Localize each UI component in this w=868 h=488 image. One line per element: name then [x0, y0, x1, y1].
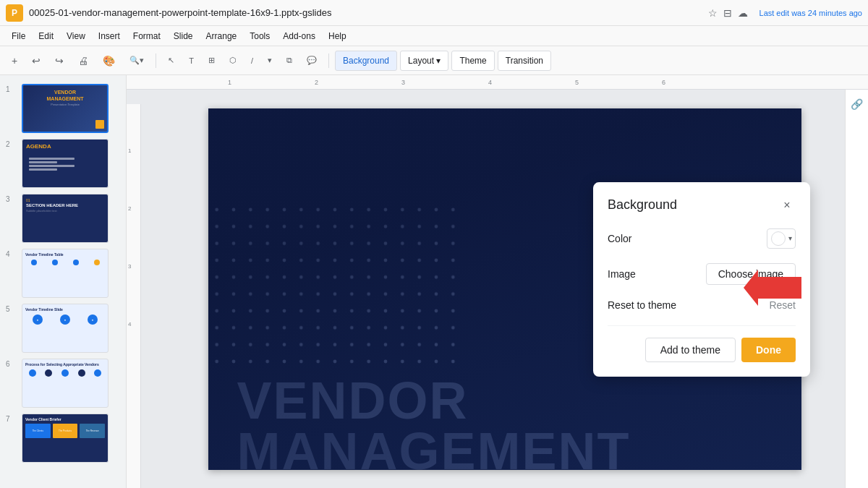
- print-button[interactable]: 🖨: [72, 51, 94, 71]
- ruler-top: 1 2 3 4 5 6: [127, 75, 868, 90]
- reset-to-theme-label: Reset to theme: [608, 299, 676, 311]
- ruler-mark-3: 3: [401, 79, 405, 86]
- link-button[interactable]: ⧉: [281, 51, 298, 71]
- menu-addons[interactable]: Add-ons: [277, 28, 321, 44]
- slide-thumb-6[interactable]: Process for Selecting Appropriate Vendor…: [22, 359, 109, 408]
- slide-item-4[interactable]: 4 Vendor Timeline Table: [0, 246, 126, 301]
- slide-number-5: 5: [6, 305, 17, 313]
- slides-panel: 1 VENDOR MANAGEMENT Presentation Templat…: [0, 75, 127, 488]
- add-button[interactable]: +: [6, 51, 23, 71]
- cursor-button[interactable]: ↖: [162, 51, 180, 71]
- slide-number-3: 3: [6, 195, 17, 203]
- ruler-left: 1 2 3 4: [127, 104, 141, 488]
- filename: 00025-01-vendor-management-powerpoint-te…: [29, 7, 702, 18]
- main-content: 1 VENDOR MANAGEMENT Presentation Templat…: [0, 75, 868, 488]
- menu-slide[interactable]: Slide: [168, 28, 199, 44]
- dialog-color-row: Color ▾: [608, 228, 796, 249]
- slide-thumb-4[interactable]: Vendor Timeline Table: [22, 249, 109, 298]
- color-label: Color: [608, 233, 631, 244]
- slide-item-1[interactable]: 1 VENDOR MANAGEMENT Presentation Templat…: [0, 81, 126, 136]
- slide-item-5[interactable]: 5 Vendor Timeline Slide ● ● ●: [0, 301, 126, 356]
- slide-thumb-2[interactable]: AGENDA: [22, 139, 109, 188]
- side-icon-panel: 🔗: [845, 90, 868, 488]
- ruler-vert-1: 1: [128, 147, 131, 154]
- slide-thumb-5[interactable]: Vendor Timeline Slide ● ● ●: [22, 304, 109, 353]
- transition-button[interactable]: Transition: [498, 51, 551, 71]
- dialog-footer: Add to theme Done: [608, 325, 796, 362]
- done-button[interactable]: Done: [741, 338, 796, 362]
- slide-item-3[interactable]: 3 01 SECTION HEADER HERE Subtitle placeh…: [0, 191, 126, 246]
- undo-button[interactable]: ↩: [26, 51, 46, 71]
- ruler-vert-3: 3: [128, 263, 131, 270]
- edit-status[interactable]: Last edit was 24 minutes ago: [760, 9, 862, 17]
- layout-button[interactable]: Layout ▾: [400, 51, 448, 71]
- redo-button[interactable]: ↪: [49, 51, 69, 71]
- color-dropdown-icon: ▾: [788, 234, 792, 242]
- menu-arrange[interactable]: Arrange: [200, 28, 243, 44]
- paint-format-button[interactable]: 🎨: [97, 51, 121, 71]
- menu-tools[interactable]: Tools: [244, 28, 276, 44]
- slides-icon[interactable]: ⊟: [723, 7, 732, 19]
- theme-button[interactable]: Theme: [451, 51, 494, 71]
- slide-number-1: 1: [6, 85, 17, 93]
- slide-item-2[interactable]: 2 AGENDA: [0, 136, 126, 191]
- menu-file[interactable]: File: [6, 28, 31, 44]
- ruler-mark-1: 1: [228, 79, 231, 86]
- side-link-icon[interactable]: 🔗: [851, 98, 863, 110]
- title-bar: P 00025-01-vendor-management-powerpoint-…: [0, 0, 868, 26]
- zoom-button[interactable]: 🔍▾: [124, 51, 150, 71]
- ruler-vert-4: 4: [128, 321, 131, 328]
- image-button[interactable]: ⊞: [203, 51, 221, 71]
- ruler-mark-5: 5: [575, 79, 579, 86]
- slide-thumb-7[interactable]: Vendor Client Briefer The Clients The Pr…: [22, 414, 109, 463]
- red-arrow-container: [744, 270, 801, 309]
- comment-button[interactable]: 💬: [301, 51, 323, 71]
- slide-thumb-1[interactable]: VENDOR MANAGEMENT Presentation Template: [22, 84, 109, 133]
- image-label: Image: [608, 268, 636, 280]
- textbox-button[interactable]: T: [183, 51, 200, 71]
- app-icon: P: [6, 4, 23, 22]
- menu-bar: File Edit View Insert Format Slide Arran…: [0, 26, 868, 46]
- ruler-vert-2: 2: [128, 205, 131, 212]
- background-button[interactable]: Background: [335, 51, 397, 71]
- cloud-icon[interactable]: ☁: [738, 7, 748, 19]
- slide-number-7: 7: [6, 415, 17, 423]
- menu-insert[interactable]: Insert: [93, 28, 126, 44]
- menu-edit[interactable]: Edit: [33, 28, 59, 44]
- dialog-close-button[interactable]: ×: [778, 197, 796, 214]
- svg-marker-2: [744, 270, 801, 306]
- ruler-mark-4: 4: [488, 79, 492, 86]
- separator-1: [156, 53, 156, 68]
- star-icon[interactable]: ☆: [708, 7, 718, 19]
- shape-button[interactable]: ⬡: [224, 51, 242, 71]
- slide-thumb-3[interactable]: 01 SECTION HEADER HERE Subtitle placehol…: [22, 194, 109, 243]
- color-swatch: [771, 231, 786, 246]
- slide-number-4: 4: [6, 250, 17, 258]
- more-button[interactable]: ▾: [262, 51, 278, 71]
- add-to-theme-button[interactable]: Add to theme: [645, 338, 736, 362]
- ruler-mark-6: 6: [662, 79, 665, 86]
- slide-number-2: 2: [6, 140, 17, 148]
- dialog-title: Background: [608, 197, 677, 213]
- menu-view[interactable]: View: [61, 28, 91, 44]
- slide-item-7[interactable]: 7 Vendor Client Briefer The Clients The …: [0, 411, 126, 466]
- separator-2: [328, 53, 329, 68]
- color-picker-button[interactable]: ▾: [767, 228, 796, 249]
- menu-format[interactable]: Format: [127, 28, 166, 44]
- slide-item-6[interactable]: 6 Process for Selecting Appropriate Vend…: [0, 356, 126, 411]
- canvas-area: 1 2 3 4 5 6 1 2 3 4: [127, 75, 868, 488]
- menu-help[interactable]: Help: [323, 28, 352, 44]
- ruler-mark-2: 2: [315, 79, 318, 86]
- dialog-header: Background ×: [608, 197, 796, 214]
- slide-number-6: 6: [6, 360, 17, 368]
- slide-canvas: 1 2 3 4 VENDOR: [127, 90, 868, 488]
- line-button[interactable]: /: [245, 51, 259, 71]
- toolbar: + ↩ ↪ 🖨 🎨 🔍▾ ↖ T ⊞ ⬡ / ▾ ⧉ 💬 Background …: [0, 46, 868, 75]
- red-arrow-icon: [744, 270, 801, 306]
